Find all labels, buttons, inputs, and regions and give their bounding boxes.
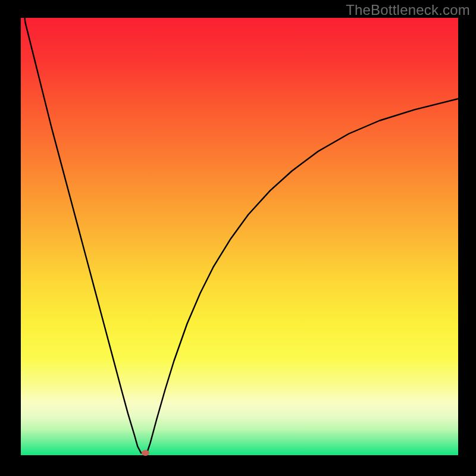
watermark-text: TheBottleneck.com: [346, 2, 470, 18]
minimum-marker: [142, 450, 149, 456]
chart-svg: [0, 0, 476, 476]
chart-frame: { "watermark": "TheBottleneck.com", "col…: [0, 0, 476, 476]
plot-background: [21, 18, 458, 455]
